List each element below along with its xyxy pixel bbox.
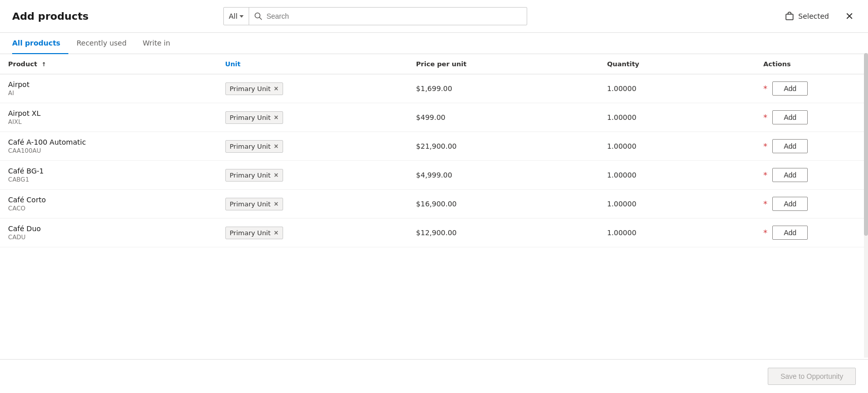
add-product-button[interactable]: Add xyxy=(772,81,808,96)
tab-all-products[interactable]: All products xyxy=(12,33,68,54)
product-code: AIXL xyxy=(8,118,209,125)
col-header-actions: Actions xyxy=(755,54,868,74)
save-to-opportunity-button[interactable]: Save to Opportunity xyxy=(768,368,856,385)
price-value: $16,900.00 xyxy=(416,200,457,208)
unit-label: Primary Unit xyxy=(230,114,271,121)
unit-label: Primary Unit xyxy=(230,229,271,237)
quantity-cell: 1.00000 xyxy=(599,132,756,161)
unit-cell: Primary Unit × xyxy=(217,74,408,103)
product-name: Café A-100 Automatic xyxy=(8,138,209,146)
quantity-value: 1.00000 xyxy=(607,171,637,179)
price-value: $12,900.00 xyxy=(416,229,457,237)
close-button[interactable]: ✕ xyxy=(843,9,856,23)
unit-cell: Primary Unit × xyxy=(217,161,408,190)
modal-title: Add products xyxy=(12,10,93,22)
quantity-value: 1.00000 xyxy=(607,84,637,93)
product-code: CACO xyxy=(8,205,209,212)
unit-remove-icon[interactable]: × xyxy=(273,229,279,236)
selected-button[interactable]: Selected xyxy=(779,9,835,24)
modal-footer: Save to Opportunity xyxy=(0,359,868,393)
add-product-button[interactable]: Add xyxy=(772,110,808,124)
table-row: Airpot AI Primary Unit × $1,699.00 1.000… xyxy=(0,74,868,103)
price-value: $4,999.00 xyxy=(416,171,452,179)
search-icon xyxy=(254,12,262,20)
add-product-button[interactable]: Add xyxy=(772,226,808,240)
required-indicator: * xyxy=(763,84,767,94)
price-cell: $499.00 xyxy=(408,103,599,132)
unit-remove-icon[interactable]: × xyxy=(273,171,279,179)
col-header-product: Product ↑ xyxy=(0,54,217,74)
price-value: $499.00 xyxy=(416,113,446,121)
required-indicator: * xyxy=(763,113,767,122)
scrollbar-thumb[interactable] xyxy=(864,53,868,236)
product-code: CAA100AU xyxy=(8,147,209,154)
add-product-button[interactable]: Add xyxy=(772,197,808,211)
actions-cell: * Add xyxy=(755,219,868,247)
actions-cell: * Add xyxy=(755,161,868,190)
unit-remove-icon[interactable]: × xyxy=(273,85,279,92)
unit-tag: Primary Unit × xyxy=(225,198,284,210)
price-cell: $4,999.00 xyxy=(408,161,599,190)
quantity-cell: 1.00000 xyxy=(599,190,756,219)
svg-rect-2 xyxy=(786,14,793,20)
tab-recently-used[interactable]: Recently used xyxy=(68,33,135,54)
unit-tag: Primary Unit × xyxy=(225,140,284,153)
shopping-bag-icon xyxy=(785,12,794,21)
actions-cell: * Add xyxy=(755,132,868,161)
header-right: Selected ✕ xyxy=(779,9,856,24)
quantity-value: 1.00000 xyxy=(607,200,637,208)
tab-write-in[interactable]: Write in xyxy=(135,33,178,54)
table-row: Airpot XL AIXL Primary Unit × $499.00 1.… xyxy=(0,103,868,132)
quantity-cell: 1.00000 xyxy=(599,103,756,132)
actions-cell: * Add xyxy=(755,103,868,132)
unit-remove-icon[interactable]: × xyxy=(273,114,279,121)
required-indicator: * xyxy=(763,142,767,151)
quantity-value: 1.00000 xyxy=(607,229,637,237)
product-name: Café Corto xyxy=(8,196,209,204)
required-indicator: * xyxy=(763,199,767,209)
actions-cell: * Add xyxy=(755,74,868,103)
price-cell: $16,900.00 xyxy=(408,190,599,219)
search-input-wrapper xyxy=(249,12,527,20)
unit-tag: Primary Unit × xyxy=(225,82,284,95)
add-product-button[interactable]: Add xyxy=(772,139,808,153)
product-cell: Café A-100 Automatic CAA100AU xyxy=(0,132,217,161)
unit-remove-icon[interactable]: × xyxy=(273,200,279,207)
search-filter-dropdown[interactable]: All xyxy=(224,8,249,25)
table-row: Café Corto CACO Primary Unit × $16,900.0… xyxy=(0,190,868,219)
price-value: $1,699.00 xyxy=(416,84,452,93)
product-name: Airpot XL xyxy=(8,109,209,117)
sort-icon: ↑ xyxy=(42,61,46,68)
unit-label: Primary Unit xyxy=(230,171,271,179)
unit-cell: Primary Unit × xyxy=(217,190,408,219)
price-cell: $21,900.00 xyxy=(408,132,599,161)
search-container: All xyxy=(223,7,527,25)
product-code: CADU xyxy=(8,234,209,241)
unit-tag: Primary Unit × xyxy=(225,169,284,182)
actions-cell: * Add xyxy=(755,190,868,219)
products-table: Product ↑ Unit Price per unit Quantity A… xyxy=(0,54,868,247)
quantity-cell: 1.00000 xyxy=(599,161,756,190)
product-name: Café BG-1 xyxy=(8,167,209,175)
modal-header: Add products All Selected xyxy=(0,0,868,33)
required-indicator: * xyxy=(763,228,767,238)
product-name: Airpot xyxy=(8,80,209,89)
svg-line-1 xyxy=(260,18,262,20)
unit-cell: Primary Unit × xyxy=(217,219,408,247)
chevron-down-icon xyxy=(240,15,244,18)
price-cell: $1,699.00 xyxy=(408,74,599,103)
search-input[interactable] xyxy=(266,12,522,20)
tabs-bar: All products Recently used Write in xyxy=(0,33,868,54)
price-value: $21,900.00 xyxy=(416,142,457,150)
unit-remove-icon[interactable]: × xyxy=(273,143,279,150)
product-cell: Café Corto CACO xyxy=(0,190,217,219)
table-row: Café Duo CADU Primary Unit × $12,900.00 … xyxy=(0,219,868,247)
quantity-value: 1.00000 xyxy=(607,113,637,121)
unit-label: Primary Unit xyxy=(230,143,271,150)
product-cell: Café Duo CADU xyxy=(0,219,217,247)
col-header-quantity: Quantity xyxy=(599,54,756,74)
quantity-cell: 1.00000 xyxy=(599,219,756,247)
price-cell: $12,900.00 xyxy=(408,219,599,247)
add-product-button[interactable]: Add xyxy=(772,168,808,182)
table-row: Café A-100 Automatic CAA100AU Primary Un… xyxy=(0,132,868,161)
